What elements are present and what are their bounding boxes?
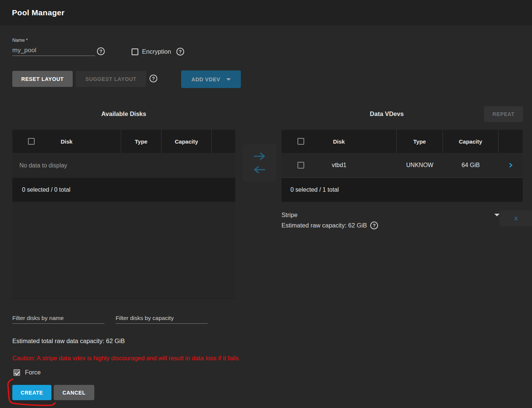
add-vdev-button[interactable]: ADD VDEV	[181, 70, 241, 88]
encryption-label: Encryption	[142, 48, 171, 55]
table-header-row: Disk Type Capacity	[12, 130, 235, 153]
estimated-raw-capacity: Estimated raw capacity: 62 GiB ?	[281, 222, 378, 229]
cell-type: UNKNOW	[397, 153, 443, 178]
vdev-layout-value: Stripe	[281, 211, 298, 219]
header-cell-type: Type	[397, 130, 443, 153]
header-cell-actions	[498, 130, 523, 153]
data-vdevs-footer: 0 selected / 1 total	[281, 178, 523, 202]
help-icon[interactable]: ?	[97, 47, 105, 55]
select-all-checkbox[interactable]	[298, 138, 304, 145]
help-icon[interactable]: ?	[176, 48, 184, 56]
name-field-label: Name *	[12, 38, 28, 43]
column-label-capacity: Capacity	[459, 138, 482, 145]
move-right-arrow-button[interactable]	[253, 152, 266, 161]
cell-capacity: 64 GiB	[443, 153, 498, 178]
data-vdevs-table: Disk Type Capacity vtbd1 UNKNOW 64 GiB	[281, 130, 523, 202]
estimated-total-capacity: Estimated total raw data capacity: 62 Gi…	[12, 338, 125, 345]
help-icon[interactable]: ?	[149, 75, 157, 82]
create-button[interactable]: CREATE	[12, 385, 51, 400]
stripe-warning-text: Caution: A stripe data vdev is highly di…	[12, 355, 239, 362]
table-header-row: Disk Type Capacity	[281, 130, 523, 153]
cell-expand	[498, 153, 523, 178]
app-header: Pool Manager	[0, 0, 532, 25]
force-checkbox[interactable]	[13, 369, 20, 376]
header-cell-disk: Disk	[281, 130, 397, 153]
select-all-checkbox[interactable]	[28, 138, 35, 145]
vdev-layout-select[interactable]: Stripe	[281, 210, 500, 220]
column-label-capacity: Capacity	[175, 138, 198, 145]
repeat-button[interactable]: REPEAT	[484, 106, 523, 122]
disk-capacity: 64 GiB	[462, 162, 480, 169]
available-disks-empty-area	[12, 202, 235, 299]
disk-type: UNKNOW	[406, 162, 434, 169]
chevron-down-icon	[494, 214, 500, 216]
add-vdev-label: ADD VDEV	[191, 76, 220, 82]
empty-table-message: No data to display	[12, 153, 235, 178]
filter-disks-by-capacity-input[interactable]	[116, 313, 208, 324]
filter-disks-by-name-input[interactable]	[12, 313, 104, 324]
column-label-disk: Disk	[333, 138, 345, 145]
encryption-checkbox[interactable]	[132, 48, 138, 55]
header-cell-actions	[212, 130, 235, 153]
header-cell-capacity: Capacity	[443, 130, 498, 153]
cancel-button[interactable]: CANCEL	[54, 385, 94, 400]
reset-layout-button[interactable]: RESET LAYOUT	[12, 71, 73, 87]
pool-name-input[interactable]	[12, 45, 95, 56]
header-cell-type: Type	[121, 130, 161, 153]
chevron-right-icon[interactable]	[509, 162, 513, 168]
page-title: Pool Manager	[12, 8, 64, 17]
column-label-disk: Disk	[61, 138, 73, 145]
remove-vdev-button[interactable]: X	[500, 210, 532, 226]
available-disks-title: Available Disks	[12, 110, 235, 117]
move-left-arrow-button[interactable]	[253, 165, 266, 174]
suggest-layout-button[interactable]: SUGGEST LAYOUT	[76, 71, 146, 87]
force-option: Force	[13, 369, 41, 376]
disk-transfer-panel	[243, 144, 276, 182]
disk-name: vtbd1	[332, 162, 346, 169]
header-cell-capacity: Capacity	[161, 130, 212, 153]
header-cell-disk: Disk	[12, 130, 121, 153]
cell-disk: vtbd1	[281, 153, 397, 178]
column-label-type: Type	[135, 138, 148, 145]
help-icon[interactable]: ?	[370, 222, 378, 229]
table-row: vtbd1 UNKNOW 64 GiB	[281, 153, 523, 178]
available-disks-table: Disk Type Capacity No data to display 0 …	[12, 130, 235, 299]
data-vdevs-title: Data VDevs	[281, 110, 492, 117]
row-checkbox[interactable]	[298, 162, 304, 169]
force-label: Force	[25, 369, 41, 376]
column-label-type: Type	[413, 138, 426, 145]
pool-manager-page: Pool Manager Name * ? Encryption ? RESET…	[0, 0, 532, 408]
available-disks-footer: 0 selected / 0 total	[12, 178, 235, 202]
chevron-down-icon	[226, 78, 231, 81]
